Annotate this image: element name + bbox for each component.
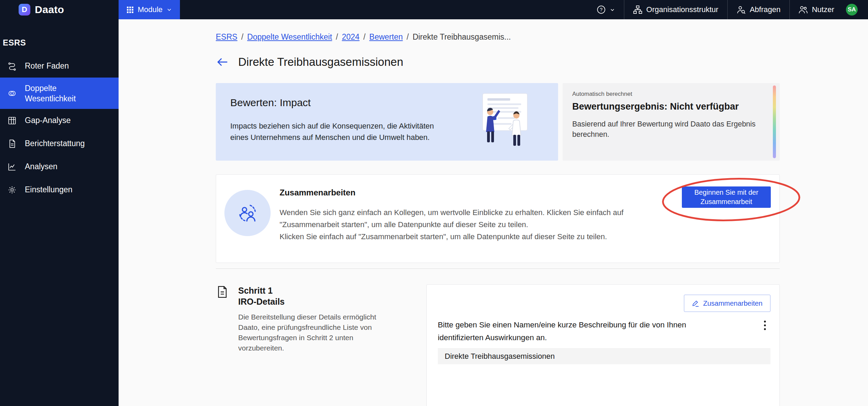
double-materiality-icon: [8, 89, 17, 98]
topbar-spacer: [180, 0, 588, 19]
sidebar-item-analysen[interactable]: Analysen: [0, 155, 119, 178]
chart-icon: [8, 162, 17, 171]
step1-description: Die Bereitstellung dieser Details ermögl…: [238, 312, 395, 353]
step1-section: Schritt 1 IRO-Details Die Bereitstellung…: [216, 284, 780, 406]
sidebar-menu: Roter Faden Doppelte Wesentlichkeit Gap-…: [0, 54, 119, 201]
sidebar-item-doppelte-wesentlichkeit[interactable]: Doppelte Wesentlichkeit: [0, 78, 119, 109]
summary-cards: Bewerten: Impact Impacts beziehen sich a…: [216, 83, 780, 161]
step1-title: IRO-Details: [238, 296, 395, 307]
breadcrumb-separator: /: [336, 32, 338, 42]
collaboration-card: Zusammenarbeiten Wenden Sie sich ganz ei…: [216, 174, 780, 263]
daato-logo-icon: D: [19, 4, 30, 16]
impact-card: Bewerten: Impact Impacts beziehen sich a…: [216, 83, 558, 161]
thread-icon: [8, 62, 17, 71]
gear-icon: [8, 185, 17, 194]
impact-card-body: Impacts beziehen sich auf die Konsequenz…: [230, 120, 444, 143]
nav-nutzer[interactable]: Nutzer: [789, 0, 843, 19]
breadcrumb-current: Direkte Treibhausgasemis...: [413, 32, 511, 42]
step1-info: Schritt 1 IRO-Details Die Bereitstellung…: [216, 284, 426, 406]
sidebar-item-berichterstattung[interactable]: Berichterstattung: [0, 132, 119, 155]
impact-name-field[interactable]: Direkte Treibhausgasemissionen: [438, 348, 770, 364]
nav-abfragen[interactable]: Abfragen: [727, 0, 789, 19]
chevron-down-icon: [610, 7, 615, 12]
breadcrumb-link-doppelte-wesentlichkeit[interactable]: Doppelte Wesentlichkeit: [247, 32, 332, 42]
back-arrow[interactable]: [216, 55, 229, 69]
collaboration-paragraph-2: Klicken Sie einfach auf "Zusammenarbeit …: [280, 231, 662, 243]
module-button[interactable]: Module: [119, 0, 180, 19]
collaboration-illustration: [472, 91, 539, 150]
svg-text:?: ?: [600, 7, 603, 12]
breadcrumb-separator: /: [363, 32, 365, 42]
pencil-icon: [692, 300, 699, 307]
nav-abfragen-label: Abfragen: [750, 5, 780, 14]
collaborate-icon: [237, 202, 258, 224]
step1-label: Schritt 1: [238, 285, 395, 296]
iro-details-panel: Zusammenarbeiten Bitte geben Sie einen N…: [426, 284, 780, 406]
help-icon: ?: [597, 5, 606, 14]
impact-name-prompt: Bitte geben Sie einen Namen/eine kurze B…: [438, 318, 724, 344]
nav-organisationsstruktur[interactable]: Organisationsstruktur: [624, 0, 727, 19]
topbar: D Daato Module ? Organisationsstruktur: [0, 0, 868, 19]
document-icon: [216, 285, 229, 299]
breadcrumb-separator: /: [406, 32, 408, 42]
sidebar-section-label: ESRS: [0, 19, 119, 54]
chevron-down-icon: [166, 7, 172, 12]
result-card-title: Bewertungsergebnis: Nicht verfügbar: [572, 101, 765, 112]
page-title: Direkte Treibhausgasemissionen: [238, 55, 403, 69]
users-icon: [799, 5, 808, 14]
daato-logo[interactable]: D Daato: [0, 0, 119, 19]
breadcrumb-link-2024[interactable]: 2024: [342, 32, 360, 42]
grid-icon: [127, 6, 134, 13]
start-collaboration-button[interactable]: Beginnen Sie mit der Zusammenarbeit: [682, 186, 771, 208]
impact-name-value: Direkte Treibhausgasemissionen: [445, 352, 555, 361]
report-icon: [8, 139, 17, 148]
user-avatar[interactable]: SA: [846, 4, 858, 16]
daato-logo-text: Daato: [35, 4, 64, 16]
overflow-menu-icon[interactable]: [764, 320, 766, 331]
module-button-label: Module: [138, 5, 162, 14]
collaboration-paragraph-1: Wenden Sie sich ganz einfach an Kollegen…: [280, 206, 662, 231]
breadcrumb: ESRS / Doppelte Wesentlichkeit / 2024 / …: [216, 19, 780, 42]
main-content: ESRS / Doppelte Wesentlichkeit / 2024 / …: [119, 19, 868, 406]
collaborate-icon-circle: [224, 190, 271, 236]
org-structure-icon: [633, 5, 642, 14]
query-user-icon: [737, 5, 746, 14]
title-row: Direkte Treibhausgasemissionen: [216, 55, 780, 69]
zusammenarbeiten-button[interactable]: Zusammenarbeiten: [684, 295, 770, 312]
table-grid-icon: [8, 116, 17, 125]
sidebar: ESRS Roter Faden Doppelte Wesentlichkeit: [0, 19, 119, 406]
sidebar-item-gap-analyse[interactable]: Gap-Analyse: [0, 109, 119, 132]
nav-nutzer-label: Nutzer: [812, 5, 834, 14]
collaboration-title: Zusammenarbeiten: [280, 188, 662, 197]
breadcrumb-link-bewerten[interactable]: Bewerten: [369, 32, 403, 42]
help-menu[interactable]: ?: [588, 0, 624, 19]
sidebar-item-roter-faden[interactable]: Roter Faden: [0, 54, 119, 78]
result-card-eyebrow: Automatisch berechnet: [572, 91, 765, 98]
breadcrumb-link-esrs[interactable]: ESRS: [216, 32, 238, 42]
nav-organisationsstruktur-label: Organisationsstruktur: [646, 5, 718, 14]
score-scale-bar: [773, 85, 776, 158]
section-divider: [216, 268, 780, 269]
zusammenarbeiten-button-label: Zusammenarbeiten: [703, 300, 763, 307]
breadcrumb-separator: /: [241, 32, 243, 42]
result-card: Automatisch berechnet Bewertungsergebnis…: [563, 83, 780, 161]
sidebar-item-einstellungen[interactable]: Einstellungen: [0, 178, 119, 201]
collaboration-text: Zusammenarbeiten Wenden Sie sich ganz ei…: [280, 188, 662, 243]
result-card-body: Basierend auf Ihrer Bewertung wird Daato…: [572, 119, 765, 140]
